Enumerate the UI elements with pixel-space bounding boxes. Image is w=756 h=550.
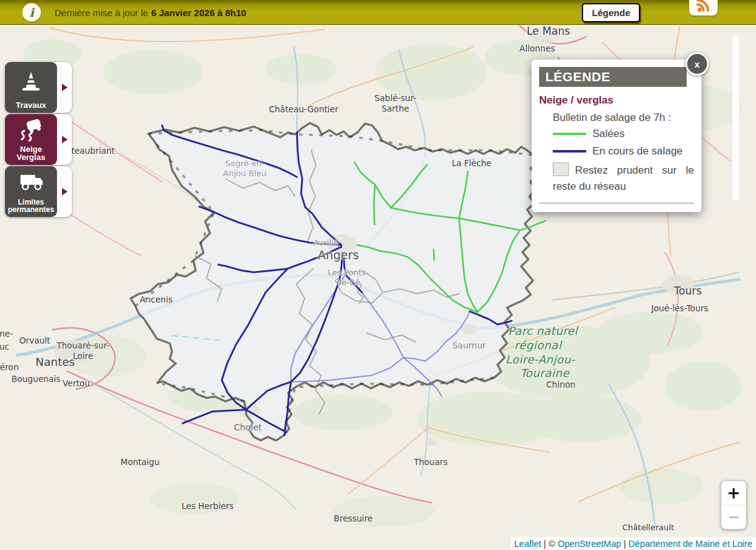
en-cours-line-swatch bbox=[553, 150, 586, 153]
legend-close-button[interactable]: x bbox=[685, 52, 709, 76]
zoom-out-button[interactable]: − bbox=[721, 505, 746, 529]
neige-verglas-label: Neige Verglas bbox=[5, 145, 57, 162]
traffic-cone-icon bbox=[17, 62, 45, 101]
sidebar-item-neige-verglas[interactable]: Neige Verglas bbox=[5, 114, 72, 165]
top-status-bar: i Dernière mise à jour le 6 Janvier 2026… bbox=[0, 0, 756, 25]
rss-feed-button[interactable] bbox=[689, 0, 718, 16]
legend-toggle-button[interactable]: Légende bbox=[582, 3, 640, 22]
legend-section-title: Neige / verglas bbox=[539, 94, 694, 107]
attrib-sep: | bbox=[621, 539, 628, 549]
last-update-prefix: Dernière mise à jour le bbox=[55, 7, 148, 18]
travaux-label: Travaux bbox=[15, 101, 46, 110]
app-window: i Dernière mise à jour le 6 Janvier 2026… bbox=[0, 0, 756, 550]
legend-divider bbox=[539, 203, 694, 203]
last-update-date: 6 Janvier 2026 à 8h10 bbox=[151, 7, 246, 18]
truck-icon bbox=[17, 166, 45, 198]
map-attribution: Leaflet | © OpenStreetMap | Département … bbox=[511, 537, 756, 550]
legend-title: LÉGENDE bbox=[539, 67, 687, 87]
expand-arrow-icon bbox=[62, 136, 68, 143]
car-skid-icon bbox=[17, 114, 45, 145]
neige-verglas-button: Neige Verglas bbox=[5, 114, 57, 165]
prudent-label: Restez prudent sur le reste du réseau bbox=[553, 164, 694, 192]
travaux-button: Travaux bbox=[5, 62, 57, 113]
layer-toolbar: Travaux bbox=[5, 62, 72, 218]
departement-link[interactable]: Département de Maine et Loire bbox=[628, 539, 752, 549]
salees-label: Salées bbox=[592, 128, 625, 140]
attrib-sep: | bbox=[541, 539, 548, 549]
legend-item-salees: Salées bbox=[553, 128, 694, 140]
en-cours-label: En cours de salage bbox=[592, 145, 683, 157]
leaflet-link[interactable]: Leaflet bbox=[514, 539, 542, 549]
prudent-box-swatch bbox=[553, 162, 569, 176]
info-icon: i bbox=[22, 3, 41, 22]
last-update-text: Dernière mise à jour le 6 Janvier 2026 à… bbox=[55, 0, 246, 25]
map-canvas[interactable]: Le MansAllonnesSablé-sur- SartheChâteau-… bbox=[0, 25, 756, 550]
sidebar-item-limites-permanentes[interactable]: Limites permanentes bbox=[5, 166, 72, 217]
sidebar-item-travaux[interactable]: Travaux bbox=[5, 62, 72, 113]
salees-line-swatch bbox=[553, 133, 586, 135]
limites-permanentes-button: Limites permanentes bbox=[5, 166, 57, 217]
zoom-control: + − bbox=[721, 481, 747, 530]
expand-arrow-icon bbox=[62, 188, 68, 195]
legend-item-prudent: Restez prudent sur le reste du réseau bbox=[553, 162, 694, 195]
expand-arrow-icon bbox=[62, 84, 68, 91]
limites-permanentes-label: Limites permanentes bbox=[5, 198, 57, 214]
zoom-in-button[interactable]: + bbox=[721, 481, 746, 505]
map-tile-gap bbox=[732, 35, 739, 200]
legend-panel: x LÉGENDE Neige / verglas Bulletin de sa… bbox=[532, 60, 701, 212]
rss-icon bbox=[695, 0, 711, 14]
legend-item-en-cours: En cours de salage bbox=[553, 145, 694, 157]
legend-subtitle: Bulletin de salage de 7h : bbox=[553, 112, 694, 124]
copyright-symbol: © bbox=[548, 539, 558, 549]
osm-link[interactable]: OpenStreetMap bbox=[558, 539, 621, 549]
